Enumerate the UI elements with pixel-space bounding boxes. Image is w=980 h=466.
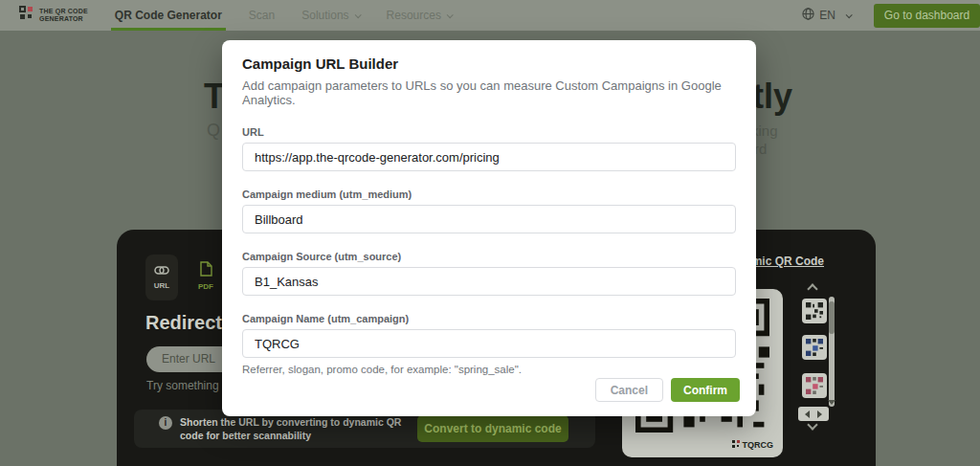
campaign-medium-field[interactable] — [242, 205, 736, 233]
scroll-up-chevron-icon[interactable] — [807, 283, 817, 294]
confirm-button[interactable]: Confirm — [671, 378, 740, 402]
qr-label-text: TQRCG — [743, 440, 774, 450]
qr-style-thumbnail[interactable] — [802, 373, 827, 398]
url-field[interactable] — [242, 143, 736, 171]
campaign-name-hint: Referrer, slogan, promo code, for exampl… — [242, 364, 736, 375]
campaign-url-builder-modal: Campaign URL Builder Add campaign parame… — [222, 40, 756, 416]
field-group-url: URL — [242, 126, 736, 171]
campaign-source-field[interactable] — [242, 267, 736, 296]
hero-subtext-fragment-right2: rd — [754, 141, 767, 157]
campaign-source-label: Campaign Source (utm_source) — [242, 251, 736, 262]
link-icon — [154, 266, 169, 277]
modal-footer: Cancel Confirm — [595, 378, 740, 402]
hero-heading-fragment-right: tly — [752, 77, 792, 117]
modal-description: Add campaign parameters to URLs so you c… — [242, 78, 736, 107]
nav-item-scan[interactable]: Scan — [249, 0, 275, 31]
go-to-dashboard-button[interactable]: Go to dashboard — [874, 4, 980, 28]
globe-icon — [802, 8, 814, 23]
logo[interactable]: THE QR CODE GENERATOR — [19, 6, 88, 25]
scroll-down-chevron-icon[interactable] — [807, 419, 817, 430]
nav-item-solutions[interactable]: Solutions — [301, 0, 359, 31]
qr-style-thumbnail[interactable] — [802, 299, 827, 323]
prev-arrow-icon[interactable] — [805, 411, 810, 418]
nav-items: QR Code Generator Scan Solutions Resourc… — [115, 0, 452, 31]
campaign-medium-label: Campaign medium (utm_medium) — [242, 189, 736, 200]
scrollbar-thumb[interactable] — [829, 301, 835, 334]
field-group-campaign-name: Campaign Name (utm_campaign) — [242, 313, 736, 358]
chevron-down-icon — [447, 11, 454, 18]
field-group-campaign-medium: Campaign medium (utm_medium) — [242, 189, 736, 233]
cancel-button[interactable]: Cancel — [595, 378, 663, 402]
thumbnail-pager — [798, 407, 829, 421]
nav-item-qr-code-generator[interactable]: QR Code Generator — [115, 0, 222, 31]
qr-style-thumbnail[interactable] — [802, 335, 827, 360]
tab-pdf[interactable]: PDF — [193, 261, 218, 296]
scrollbar-down-arrow-icon[interactable] — [828, 400, 835, 405]
tab-url-label: URL — [154, 281, 169, 290]
language-selector[interactable]: EN — [802, 8, 851, 23]
next-arrow-icon[interactable] — [817, 411, 822, 418]
thumbnail-scrollbar[interactable] — [829, 297, 835, 407]
tab-pdf-label: PDF — [198, 282, 213, 291]
field-group-campaign-source: Campaign Source (utm_source) — [242, 251, 736, 296]
logo-text: THE QR CODE GENERATOR — [39, 8, 88, 23]
nav-right: EN Go to dashboard — [802, 4, 980, 28]
pdf-file-icon — [200, 261, 212, 278]
shorten-info-text: Shorten the URL by converting to dynamic… — [180, 415, 419, 442]
url-field-label: URL — [242, 126, 736, 138]
chevron-down-icon — [354, 11, 361, 18]
hero-subtext-fragment-left: Q — [207, 121, 220, 141]
tab-url[interactable]: URL — [145, 255, 178, 300]
nav-item-resources[interactable]: Resources — [387, 0, 452, 31]
chevron-down-icon — [846, 11, 853, 18]
qr-logo-icon — [732, 440, 740, 450]
info-icon: i — [159, 416, 172, 430]
campaign-name-field[interactable] — [242, 329, 736, 358]
campaign-name-label: Campaign Name (utm_campaign) — [242, 313, 736, 324]
top-nav-bar: THE QR CODE GENERATOR QR Code Generator … — [0, 0, 980, 31]
logo-icon — [19, 6, 34, 25]
convert-to-dynamic-button[interactable]: Convert to dynamic code — [417, 415, 568, 442]
qr-label-row: TQRCG — [732, 440, 774, 450]
modal-title: Campaign URL Builder — [242, 55, 736, 72]
